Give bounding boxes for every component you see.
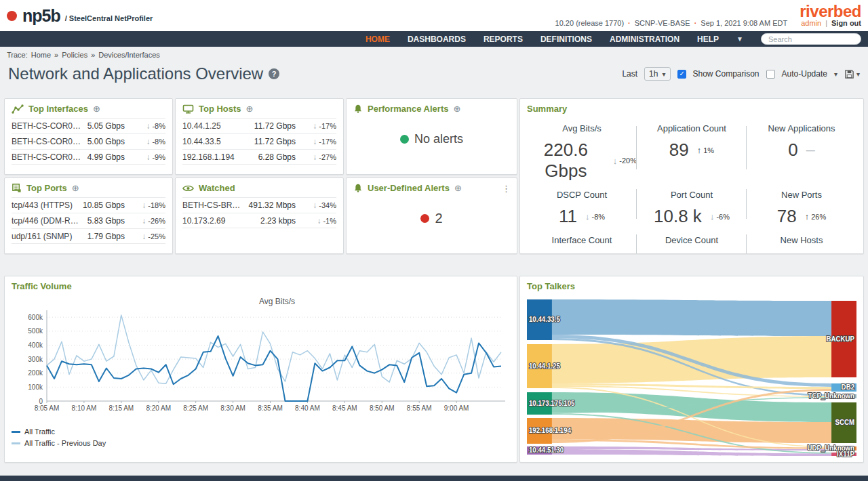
table-row[interactable]: BETH-CS-COR01.steelde... 5.05 Gbps ↓-8% — [12, 118, 165, 133]
goto-report-icon[interactable]: ⊕ — [454, 183, 462, 193]
signout-link[interactable]: Sign out — [831, 19, 861, 27]
breadcrumb-home[interactable]: Home — [31, 51, 51, 59]
panel-watched: Watched BETH-CS-BRTR02.lab... 491.32 Mbp… — [175, 177, 344, 254]
goto-report-icon[interactable]: ⊕ — [72, 183, 79, 193]
chevron-down-icon[interactable]: ▾ — [834, 70, 837, 78]
table-row[interactable]: BETH-CS-BRTR02.lab... 491.32 Mbps ↓-34% — [182, 197, 336, 213]
metric-value: 10.8 k — [654, 206, 702, 227]
nav-item-dashboards[interactable]: DASHBOARDS — [408, 35, 466, 44]
nav-item-home[interactable]: HOME — [366, 35, 390, 44]
metric-avg-bits[interactable]: Avg Bits/s 220.6 Gbps ↓-20% — [527, 115, 637, 182]
svg-text:192.168.1.194: 192.168.1.194 — [529, 427, 572, 434]
interface-value: 5.05 Gbps — [87, 121, 125, 131]
kebab-menu-icon[interactable]: ⋮ — [502, 184, 511, 194]
panel-traffic-volume: Traffic Volume Avg Bits/s 0100k200k300k4… — [4, 276, 517, 463]
trend-percent: -9% — [152, 153, 165, 161]
trend-down-icon: ↓ — [142, 216, 146, 226]
metric-dscp-count[interactable]: DSCP Count 11 ↓-8% — [527, 182, 637, 227]
table-row[interactable]: udp/161 (SNMP) 1.79 Gbps ↓-25% — [12, 228, 165, 244]
trend-percent: -17% — [319, 138, 336, 146]
legend-item[interactable]: All Traffic - Previous Day — [12, 439, 510, 447]
metric-port-count[interactable]: Port Count 10.8 k ↓-6% — [637, 182, 747, 227]
table-row[interactable]: tcp/446 (DDM-RDB) 5.83 Gbps ↓-26% — [12, 213, 165, 228]
metric-label: New Applications — [747, 123, 856, 133]
table-row[interactable]: 10.173.2.69 2.23 kbps ↓-1% — [182, 213, 336, 228]
goto-report-icon[interactable]: ⊕ — [246, 104, 254, 114]
panel-performance-alerts: Performance Alerts ⊕ No alerts — [346, 98, 517, 175]
port-value: 1.79 Gbps — [87, 232, 125, 241]
watched-value: 2.23 kbps — [260, 216, 296, 226]
show-comparison-checkbox[interactable] — [677, 70, 686, 79]
auto-update-checkbox[interactable] — [766, 70, 775, 79]
top-talkers-sankey[interactable]: 10.44.33.510.44.1.2510.173.175.105192.16… — [527, 295, 856, 458]
metric-application-count[interactable]: Application Count 89 ↑1% — [637, 115, 747, 182]
svg-text:8:25 AM: 8:25 AM — [183, 404, 208, 412]
table-row[interactable]: BETH-CS-COR01.steelde... 4.99 Gbps ↓-9% — [12, 149, 165, 165]
search-input[interactable] — [761, 33, 861, 45]
trend-percent: -1% — [323, 217, 336, 225]
metric-new-applications[interactable]: New Applications 0 — — [747, 115, 856, 182]
chart-legend: All Traffic All Traffic - Previous Day — [12, 427, 510, 447]
trend-percent: -20% — [619, 156, 637, 165]
time-range-select[interactable]: 1h ▾ — [644, 67, 670, 81]
trend-percent: -8% — [591, 213, 605, 221]
nav-caret-down-icon[interactable]: ▼ — [736, 35, 743, 43]
metric-value: 48 — [667, 251, 687, 254]
trend-down-icon: ↓ — [585, 211, 590, 222]
metric-value: 415 — [555, 251, 584, 254]
trend-percent: 26% — [811, 213, 826, 221]
alert-count[interactable]: 2 — [435, 211, 442, 226]
interface-value: 4.99 Gbps — [87, 152, 125, 162]
table-row[interactable]: 10.44.1.25 11.72 Gbps ↓-17% — [182, 118, 336, 133]
metric-new-hosts[interactable]: New Hosts 0 — — [747, 227, 856, 254]
save-report-button[interactable]: ▾ — [844, 69, 860, 79]
nav-item-reports[interactable]: REPORTS — [484, 35, 523, 44]
watched-name: BETH-CS-BRTR02.lab... — [182, 201, 245, 210]
time-range-value: 1h — [649, 69, 658, 79]
breadcrumb-devices-interfaces[interactable]: Devices/Interfaces — [98, 51, 159, 59]
metric-device-count[interactable]: Device Count 48 —0% — [637, 227, 747, 254]
summary-grid: Avg Bits/s 220.6 Gbps ↓-20% Application … — [527, 115, 856, 247]
svg-text:10.44.33.5: 10.44.33.5 — [529, 316, 560, 323]
nav-item-administration[interactable]: ADMINISTRATION — [610, 35, 679, 44]
divider: | — [825, 19, 827, 27]
table-row[interactable]: tcp/443 (HTTPS) 10.85 Gbps ↓-18% — [12, 197, 165, 213]
watched-name: 10.173.2.69 — [182, 216, 256, 226]
trend-down-icon: ↓ — [613, 156, 618, 166]
svg-text:8:30 AM: 8:30 AM — [220, 404, 245, 412]
table-row[interactable]: 192.168.1.194 6.28 Gbps ↓-27% — [182, 149, 336, 165]
panel-title: Top Interfaces — [28, 104, 88, 114]
metric-interface-count[interactable]: Interface Count 415 ↑0% — [527, 227, 637, 254]
legend-item[interactable]: All Traffic — [12, 427, 510, 436]
trend-down-icon: ↓ — [313, 121, 317, 131]
metric-new-ports[interactable]: New Ports 78 ↑26% — [747, 182, 856, 227]
traffic-volume-chart[interactable]: 0100k200k300k400k500k600k8:05 AM8:10 AM8… — [12, 308, 509, 421]
help-icon[interactable]: ? — [269, 68, 279, 79]
goto-report-icon[interactable]: ⊕ — [93, 104, 100, 114]
table-row[interactable]: 10.44.33.5 11.72 Gbps ↓-17% — [182, 133, 336, 149]
goto-report-icon[interactable]: ⊕ — [453, 104, 460, 114]
time-range-label: Last — [622, 69, 637, 79]
interfaces-icon — [12, 104, 24, 114]
svg-text:8:15 AM: 8:15 AM — [108, 404, 134, 412]
panel-top-ports: Top Ports ⊕ tcp/443 (HTTPS) 10.85 Gbps ↓… — [4, 177, 173, 254]
host-value: 11.72 Gbps — [254, 121, 296, 131]
panel-title: Top Ports — [26, 183, 67, 193]
appliance-name: SCNP-VE-BASE — [635, 19, 690, 27]
nav-item-definitions[interactable]: DEFINITIONS — [540, 35, 592, 44]
metric-value: 11 — [559, 206, 577, 227]
breadcrumb-policies[interactable]: Policies — [62, 51, 87, 59]
dot-separator: · — [628, 19, 631, 27]
host-value: 6.28 Gbps — [258, 152, 296, 162]
chevron-down-icon: ▾ — [856, 70, 860, 78]
user-link[interactable]: admin — [801, 19, 821, 27]
nav-item-help[interactable]: HELP — [697, 35, 719, 44]
table-row[interactable]: BETH-CS-COR01.steelde... 5.00 Gbps ↓-8% — [12, 133, 165, 149]
svg-text:IX11P: IX11P — [837, 451, 854, 458]
metric-label: New Hosts — [747, 235, 856, 245]
host-name: 10.44.1.25 — [182, 121, 250, 131]
trend-percent: -26% — [148, 217, 165, 225]
panel-title: Top Hosts — [199, 104, 241, 114]
interface-value: 5.00 Gbps — [87, 137, 125, 146]
metric-label: New Ports — [747, 190, 856, 200]
